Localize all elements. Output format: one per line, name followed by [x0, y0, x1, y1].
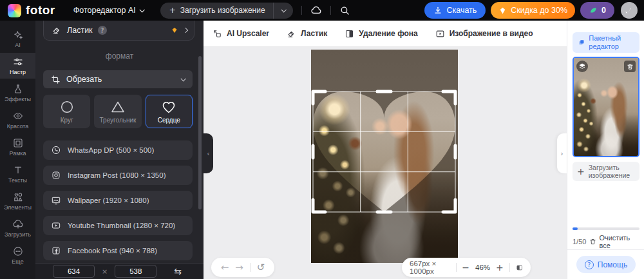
- size-preset-instagram[interactable]: Instagram Post (1080 × 1350): [43, 166, 193, 185]
- divider: [250, 263, 251, 272]
- editor-menu[interactable]: Фоторедактор AI: [73, 6, 144, 15]
- sidebar-item-elements[interactable]: Элементы: [0, 188, 35, 214]
- image-thumbnail[interactable]: [573, 57, 639, 157]
- size-preset-wallpaper[interactable]: Wallpaper (1920 × 1080): [43, 191, 193, 210]
- eye-icon: [12, 110, 24, 122]
- trash-icon: [589, 238, 596, 245]
- panel-scrollbar[interactable]: [198, 56, 202, 209]
- batch-editor-button[interactable]: Пакетный редактор: [573, 32, 639, 53]
- help-circle-icon[interactable]: ?: [98, 26, 107, 35]
- ai-upscaler-button[interactable]: AI Upscaler: [213, 29, 269, 39]
- plus-icon: +: [169, 6, 176, 15]
- sidebar-item-adjust[interactable]: Настр: [0, 53, 35, 79]
- download-label: Скачать: [446, 6, 477, 15]
- facebook-icon: [51, 245, 61, 256]
- chevron-down-icon: [281, 7, 286, 12]
- instagram-icon: [51, 170, 61, 180]
- height-input[interactable]: [115, 265, 156, 278]
- fotor-logo-text: fotor: [26, 3, 55, 17]
- image-to-video-button[interactable]: Изображение в видео: [435, 29, 533, 39]
- collapse-right-panel-tab[interactable]: ›: [557, 133, 567, 173]
- upscale-icon: [213, 29, 222, 39]
- chevron-right-icon: [183, 28, 188, 33]
- crop-shape-options: Круг Треугольник Сердце: [43, 95, 193, 128]
- shape-option-circle[interactable]: Круг: [43, 95, 90, 128]
- sliders-icon: [12, 56, 24, 68]
- cloud-sync-icon[interactable]: [310, 5, 322, 16]
- zoom-controls: 667px × 1000px − 46% +: [402, 258, 531, 277]
- compare-icon[interactable]: [516, 263, 523, 273]
- avatar[interactable]: [621, 2, 638, 19]
- sidebar-item-beauty[interactable]: Красота: [0, 107, 35, 133]
- upload-image-split-button: + Загрузить изображение: [160, 3, 293, 19]
- batch-copy-icon: [578, 37, 585, 48]
- upload-image-label: Загрузить изображение: [180, 6, 265, 15]
- sidebar-item-more[interactable]: Еще: [0, 242, 35, 268]
- image-to-video-icon: [435, 29, 445, 39]
- text-icon: [12, 164, 24, 176]
- divider: [330, 6, 331, 15]
- image-size-readout: 667px × 1000px: [410, 260, 450, 275]
- divider: [456, 263, 457, 272]
- more-icon: [12, 245, 24, 257]
- eraser-tool-row[interactable]: Ластик ?: [43, 21, 194, 41]
- chevron-down-icon: [180, 76, 185, 81]
- crop-dropdown[interactable]: Обрезать: [43, 70, 193, 88]
- heart-crop-overlay[interactable]: [311, 50, 458, 263]
- reset-button[interactable]: ↺: [257, 262, 265, 273]
- fotor-app: fotor Фоторедактор AI + Загрузить изобра…: [0, 0, 644, 279]
- elements-icon: [12, 191, 24, 203]
- help-button[interactable]: ? Помощь: [576, 256, 636, 273]
- sidebar-item-effects[interactable]: Эффекты: [0, 80, 35, 106]
- undo-button[interactable]: ←: [221, 262, 229, 273]
- clear-all-button[interactable]: Очистить все: [589, 234, 639, 249]
- shape-option-heart[interactable]: Сердце: [146, 95, 193, 128]
- layers-icon[interactable]: [576, 61, 588, 72]
- frame-icon: [12, 137, 24, 149]
- premium-diamond-icon: [171, 26, 178, 34]
- zoom-in-button[interactable]: +: [496, 262, 504, 273]
- remove-background-button[interactable]: Удаление фона: [345, 29, 417, 39]
- credits-badge[interactable]: 0: [580, 2, 614, 19]
- zoom-out-button[interactable]: −: [462, 262, 469, 273]
- bird-icon: [624, 5, 634, 15]
- collapse-left-panel-tab[interactable]: ‹: [204, 133, 213, 173]
- size-preset-facebook[interactable]: Facebook Post (940 × 788): [43, 241, 193, 260]
- format-section-label: формат: [35, 52, 204, 61]
- editor-menu-label: Фоторедактор AI: [73, 6, 136, 15]
- sidebar: AI Настр Эффекты Красота Рамка Тексты: [0, 21, 35, 279]
- sidebar-item-frame[interactable]: Рамка: [0, 134, 35, 160]
- shape-option-triangle[interactable]: Треугольник: [94, 95, 141, 128]
- fotor-logo[interactable]: fotor: [8, 3, 55, 17]
- upload-options-button[interactable]: [273, 3, 293, 19]
- plus-icon: +: [577, 166, 585, 177]
- cloud-upload-icon: [12, 218, 24, 230]
- size-preset-youtube[interactable]: Youtube Thumbnail (1280 × 720): [43, 216, 193, 235]
- sidebar-item-ai[interactable]: AI: [0, 26, 35, 52]
- wallpaper-icon: [51, 195, 61, 206]
- eraser-tool-button[interactable]: Ластик: [287, 29, 327, 39]
- sidebar-item-upload[interactable]: Загрузить: [0, 215, 35, 241]
- sidebar-item-text[interactable]: Тексты: [0, 161, 35, 187]
- quota-counter: 1/50: [573, 238, 586, 245]
- delete-image-icon[interactable]: [624, 61, 636, 72]
- discount-badge[interactable]: Скидка до 30%: [491, 2, 575, 19]
- whatsapp-icon: [51, 145, 61, 155]
- upload-more-button[interactable]: + Загрузить изображение: [573, 162, 639, 181]
- ai-sparkle-icon: [12, 29, 24, 41]
- download-button[interactable]: Скачать: [424, 2, 486, 19]
- width-input[interactable]: [53, 265, 95, 278]
- credits-count: 0: [601, 6, 606, 15]
- heart-shape-icon: [161, 99, 176, 115]
- swap-dimensions-icon[interactable]: ⇆: [174, 267, 182, 276]
- custom-size-bar: × ⇆: [35, 263, 204, 279]
- search-icon[interactable]: [339, 5, 350, 16]
- right-panel: Пакетный редактор + Загрузить изображени…: [567, 21, 644, 279]
- upload-image-button[interactable]: + Загрузить изображение: [160, 3, 273, 19]
- photo-stage[interactable]: [311, 50, 458, 263]
- size-preset-whatsapp[interactable]: WhatsApp DP (500 × 500): [43, 140, 193, 160]
- redo-button[interactable]: →: [235, 262, 243, 273]
- divider: [301, 6, 302, 15]
- help-area: ? Помощь: [567, 249, 644, 279]
- youtube-icon: [51, 220, 61, 231]
